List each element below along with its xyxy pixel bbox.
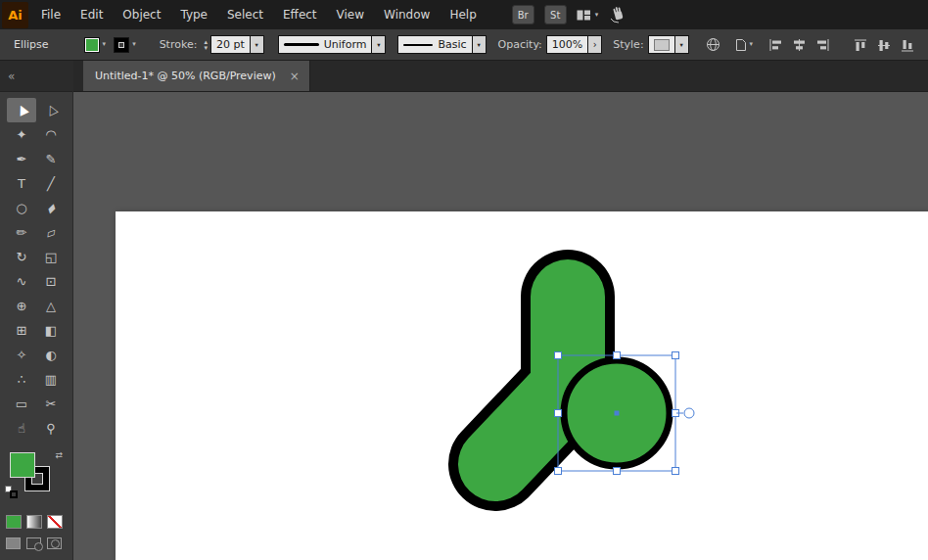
tool-mesh[interactable]: ⊞	[7, 318, 36, 343]
tool-blend[interactable]: ◐	[36, 343, 66, 367]
menu-edit[interactable]: Edit	[70, 0, 113, 29]
opacity-label: Opacity:	[498, 38, 542, 51]
chevron-down-icon[interactable]: ▾	[675, 35, 689, 54]
draw-behind-icon[interactable]	[26, 537, 41, 549]
canvas-pasteboard[interactable]	[73, 92, 928, 560]
handle-middle-left[interactable]	[555, 410, 562, 417]
handle-bottom-center[interactable]	[614, 468, 621, 475]
width-profile-combo[interactable]: Uniform ▾	[278, 35, 387, 54]
stroke-width-value[interactable]: 20 pt	[210, 35, 251, 54]
tool-free-transform[interactable]: ⊡	[36, 269, 66, 294]
tool-slice[interactable]: ✂	[36, 392, 66, 416]
menu-help[interactable]: Help	[440, 0, 486, 29]
tool-pencil[interactable]: ✏	[7, 220, 36, 245]
tool-column-graph[interactable]: ▥	[36, 367, 66, 392]
opacity-flyout-icon[interactable]: ›	[588, 35, 602, 54]
fill-color-control[interactable]: ▾	[84, 37, 107, 53]
tool-eraser[interactable]: ▱	[36, 220, 66, 245]
fill-proxy-swatch[interactable]	[10, 452, 35, 478]
tool-pen[interactable]: ✒	[7, 147, 36, 171]
workspace-switcher[interactable]: ▾	[577, 10, 599, 21]
draw-inside-icon[interactable]	[47, 537, 62, 549]
align-vertical-top-button[interactable]	[853, 37, 869, 53]
tool-type[interactable]: T	[7, 171, 36, 196]
tool-zoom[interactable]: ⚲	[36, 416, 66, 441]
chevron-down-icon[interactable]: ▾	[473, 35, 487, 54]
align-horizontal-left-button[interactable]	[767, 37, 784, 53]
zoom-icon: ⚲	[46, 422, 56, 435]
tool-magic-wand[interactable]: ✦	[7, 122, 36, 147]
touch-workspace-icon[interactable]	[608, 6, 627, 23]
tool-perspective-grid[interactable]: △	[36, 294, 66, 318]
tool-rotate[interactable]: ↻	[7, 245, 36, 269]
chevron-down-icon[interactable]: ▾	[372, 35, 386, 54]
handle-top-center[interactable]	[614, 352, 621, 359]
tool-curvature[interactable]: ✎	[36, 147, 66, 171]
tool-lasso[interactable]: ◠	[36, 122, 66, 147]
document-setup-globe-icon[interactable]	[706, 37, 720, 52]
stepper-down-icon[interactable]: ▾	[204, 45, 208, 51]
align-vertical-bottom-button[interactable]	[900, 37, 916, 53]
menu-view[interactable]: View	[327, 0, 374, 29]
artwork-layer	[116, 211, 928, 560]
draw-normal-icon[interactable]	[6, 537, 21, 549]
menu-select[interactable]: Select	[217, 0, 273, 29]
stroke-label: Stroke:	[160, 38, 198, 51]
color-button[interactable]	[6, 515, 22, 529]
tool-shape-builder[interactable]: ⊕	[7, 294, 36, 318]
width-profile-value: Uniform	[324, 38, 367, 51]
fill-swatch[interactable]	[84, 37, 100, 53]
menu-file[interactable]: File	[31, 0, 70, 29]
brush-combo[interactable]: Basic ▾	[397, 35, 486, 54]
pie-widget-icon[interactable]	[684, 408, 694, 418]
drawing-mode-buttons	[6, 537, 62, 549]
swap-fill-stroke-icon[interactable]: ⇄	[55, 450, 63, 460]
menu-object[interactable]: Object	[113, 0, 170, 29]
tool-symbol-sprayer[interactable]: ∴	[7, 367, 36, 392]
chevron-down-icon[interactable]: ▾	[251, 35, 264, 54]
align-vertical-center-button[interactable]	[876, 37, 893, 53]
tool-width[interactable]: ∿	[7, 269, 36, 294]
stock-button[interactable]: St	[544, 5, 567, 24]
blend-icon: ◐	[45, 349, 56, 361]
align-horizontal-center-button[interactable]	[791, 37, 808, 53]
tool-ellipse[interactable]: ○	[7, 196, 36, 220]
stroke-swatch[interactable]	[114, 37, 129, 53]
tool-line-segment[interactable]: ╱	[36, 171, 66, 196]
align-horizontal-right-button[interactable]	[814, 37, 831, 53]
none-button[interactable]	[47, 515, 63, 529]
tool-eyedropper[interactable]: ✧	[7, 343, 36, 367]
opacity-value[interactable]: 100%	[546, 35, 588, 54]
default-fill-stroke-icon[interactable]	[5, 486, 18, 498]
tool-scale[interactable]: ◱	[36, 245, 66, 269]
tools-panel: « ▶▷✦◠✒✎T╱○▰✏▱↻◱∿⊡⊕△⊞◧✧◐∴▥▭✂☝⚲ ⇄	[0, 61, 73, 560]
tool-gradient[interactable]: ◧	[36, 318, 66, 343]
boomerang-shape[interactable]	[495, 297, 568, 464]
artboard[interactable]	[116, 211, 928, 560]
bridge-button[interactable]: Br	[512, 5, 534, 24]
center-point	[615, 411, 620, 416]
menu-window[interactable]: Window	[374, 0, 440, 29]
tool-paintbrush[interactable]: ▰	[36, 196, 66, 220]
stroke-width-stepper[interactable]: ▴ ▾	[204, 39, 208, 51]
tool-selection[interactable]: ▶	[7, 98, 36, 122]
document-tab[interactable]: Untitled-1* @ 50% (RGB/Preview) ×	[83, 61, 310, 91]
recolor-artwork-control[interactable]: ▾	[735, 38, 754, 52]
style-combo[interactable]: ▾	[648, 35, 689, 54]
tool-hand[interactable]: ☝	[7, 416, 36, 441]
menu-effect[interactable]: Effect	[273, 0, 327, 29]
tool-direct-selection[interactable]: ▷	[36, 98, 66, 122]
tool-artboard[interactable]: ▭	[7, 392, 36, 416]
handle-bottom-right[interactable]	[673, 468, 679, 475]
gradient-button[interactable]	[26, 515, 42, 529]
stroke-color-control[interactable]: ▾	[114, 37, 136, 53]
direct-selection-icon: ▷	[43, 103, 59, 117]
default-stroke-mini	[10, 490, 18, 498]
close-tab-icon[interactable]: ×	[290, 70, 300, 83]
handle-top-right[interactable]	[673, 352, 679, 359]
menu-type[interactable]: Type	[170, 0, 217, 29]
handle-bottom-left[interactable]	[555, 468, 562, 475]
style-label: Style:	[613, 38, 643, 51]
handle-top-left[interactable]	[555, 352, 562, 359]
collapse-panel-button[interactable]: «	[0, 61, 72, 92]
